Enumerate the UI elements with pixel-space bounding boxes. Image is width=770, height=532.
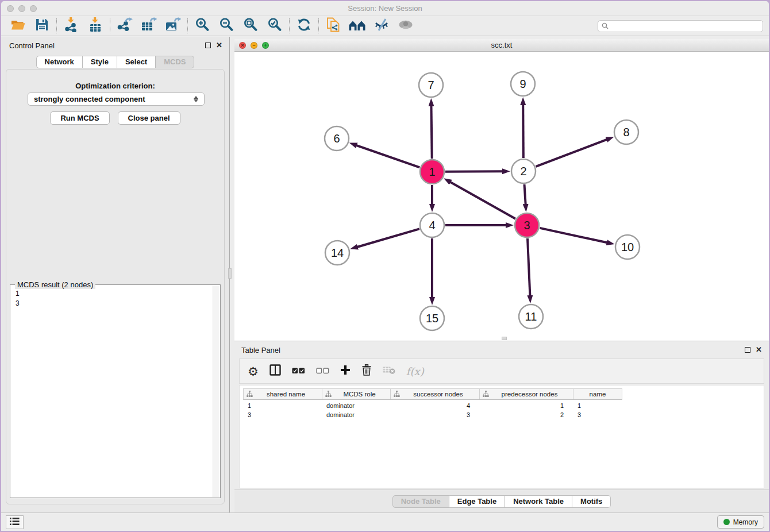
zoom-selected-button[interactable] <box>263 17 287 35</box>
export-table-icon <box>141 17 157 34</box>
node-9[interactable]: 9 <box>511 72 535 96</box>
close-window-button[interactable] <box>7 5 14 12</box>
table-cell[interactable]: 1 <box>243 402 322 409</box>
table-cell[interactable]: 1 <box>479 402 573 409</box>
node-1[interactable]: 1 <box>420 160 444 184</box>
node-3[interactable]: 3 <box>515 213 539 237</box>
column-header-name[interactable]: name <box>573 389 622 399</box>
network-close-button[interactable]: ✕ <box>239 42 246 49</box>
node-8[interactable]: 8 <box>614 120 638 144</box>
edge-1-7[interactable] <box>431 105 432 159</box>
zoom-window-button[interactable] <box>30 5 37 12</box>
column-header-shared-name[interactable]: shared name <box>244 389 322 399</box>
table-tab-node-table[interactable]: Node Table <box>392 495 449 508</box>
open-session-button[interactable] <box>6 17 30 35</box>
import-table-button[interactable] <box>83 17 107 35</box>
canvas-scroll-nub[interactable] <box>502 337 507 340</box>
delete-column-trash-icon[interactable] <box>361 364 372 378</box>
column-header-successor-nodes[interactable]: successor nodes <box>391 389 480 399</box>
import-network-icon <box>64 17 78 34</box>
table-tab-edge-table[interactable]: Edge Table <box>449 495 505 508</box>
node-2[interactable]: 2 <box>511 159 536 183</box>
tab-style[interactable]: Style <box>83 56 117 68</box>
node-15[interactable]: 15 <box>420 306 444 330</box>
edge-3-10[interactable] <box>540 228 607 243</box>
edge-3-1[interactable] <box>449 182 515 219</box>
float-table-panel-icon[interactable] <box>745 347 750 353</box>
table-cell[interactable]: 3 <box>573 411 621 418</box>
memory-button[interactable]: Memory <box>717 515 764 529</box>
export-table-button[interactable] <box>137 17 161 35</box>
window-controls <box>7 5 37 12</box>
table-tab-network-table[interactable]: Network Table <box>505 495 572 508</box>
table-cell[interactable]: 4 <box>390 402 479 409</box>
search-input[interactable] <box>611 22 759 30</box>
svg-text:6: 6 <box>333 132 340 145</box>
network-zoom-button[interactable]: + <box>262 42 269 49</box>
add-column-icon[interactable] <box>340 365 351 377</box>
optimization-criterion-dropdown[interactable]: strongly connected component <box>28 92 205 106</box>
memory-label: Memory <box>733 518 758 526</box>
result-scrollbar[interactable] <box>213 286 220 497</box>
node-10[interactable]: 10 <box>615 235 640 259</box>
refresh-button[interactable] <box>292 17 316 35</box>
search-icon <box>602 21 609 32</box>
select-all-columns-icon[interactable] <box>292 366 305 376</box>
node-11[interactable]: 11 <box>519 304 543 329</box>
column-panel-icon[interactable] <box>270 364 281 378</box>
table-cell[interactable]: dominator <box>322 402 390 409</box>
show-all-button[interactable] <box>394 17 418 35</box>
tab-select[interactable]: Select <box>117 56 156 68</box>
mcds-panel: Optimization criterion: strongly connect… <box>6 69 225 504</box>
edge-4-14[interactable] <box>357 229 419 247</box>
node-14[interactable]: 14 <box>325 241 349 265</box>
column-header-predecessor-nodes[interactable]: predecessor nodes <box>480 389 573 399</box>
edge-1-2[interactable] <box>445 171 503 172</box>
task-history-button[interactable] <box>6 515 24 529</box>
table-settings-gear-icon[interactable]: ⚙ <box>248 365 259 377</box>
hide-selected-button[interactable] <box>369 17 394 35</box>
search-field[interactable] <box>598 20 763 32</box>
edge-2-9[interactable] <box>523 104 523 158</box>
edge-3-11[interactable] <box>528 238 530 296</box>
column-label: predecessor nodes <box>489 391 570 398</box>
close-panel-button[interactable]: Close panel <box>118 111 180 125</box>
svg-text:2: 2 <box>520 165 526 178</box>
table-tab-motifs[interactable]: Motifs <box>572 495 611 508</box>
network-canvas[interactable]: 7968124314101511 <box>234 52 769 341</box>
minimize-window-button[interactable] <box>18 5 25 12</box>
table-row[interactable]: 1dominator411 <box>243 401 621 410</box>
close-panel-icon[interactable]: ✕ <box>216 42 222 48</box>
home-button[interactable] <box>345 17 369 35</box>
tab-network[interactable]: Network <box>36 56 83 68</box>
node-4[interactable]: 4 <box>420 213 444 237</box>
export-network-button[interactable] <box>113 17 137 35</box>
table-cell[interactable]: 1 <box>573 402 621 409</box>
network-minimize-button[interactable]: − <box>251 42 257 49</box>
tab-mcds[interactable]: MCDS <box>156 56 194 68</box>
run-mcds-button[interactable]: Run MCDS <box>50 111 109 125</box>
duplicate-network-button[interactable] <box>321 17 345 35</box>
close-table-panel-icon[interactable]: ✕ <box>756 346 762 353</box>
edge-1-6[interactable] <box>356 145 419 168</box>
zoom-out-button[interactable] <box>214 17 238 35</box>
zoom-in-button[interactable] <box>190 17 214 35</box>
import-network-button[interactable] <box>59 17 83 35</box>
zoom-fit-button[interactable] <box>238 17 263 35</box>
table-row[interactable]: 3dominator323 <box>243 410 621 419</box>
float-panel-icon[interactable] <box>205 43 211 48</box>
save-session-button[interactable] <box>30 17 54 35</box>
table-cell[interactable]: 3 <box>390 411 479 418</box>
node-7[interactable]: 7 <box>419 73 443 97</box>
hierarchy-icon <box>325 391 332 398</box>
export-image-button[interactable] <box>161 17 185 35</box>
node-6[interactable]: 6 <box>325 126 349 151</box>
table-cell[interactable]: dominator <box>322 411 390 418</box>
table-cell[interactable]: 3 <box>243 411 322 418</box>
unselect-all-columns-icon[interactable] <box>316 366 329 376</box>
network-window-title: scc.txt <box>491 41 513 49</box>
edge-2-3[interactable] <box>524 184 525 205</box>
column-header-MCDS-role[interactable]: MCDS role <box>322 389 391 399</box>
table-cell[interactable]: 2 <box>479 411 573 418</box>
edge-2-8[interactable] <box>536 139 608 166</box>
